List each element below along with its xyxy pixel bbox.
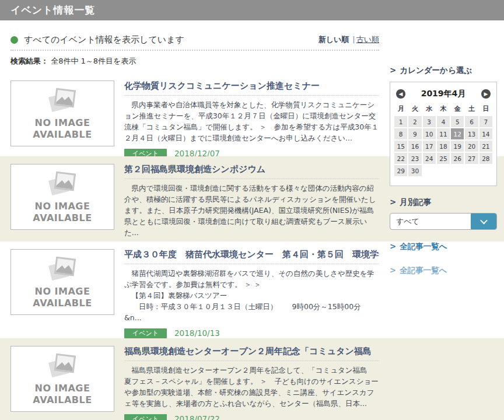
calendar-day[interactable]: 27 (465, 153, 478, 164)
page-title: イベント情報一覧 (10, 4, 96, 17)
event-row: NO IMAGE AVAILABLE 福島県環境創造センターオープン２周年記念「… (0, 338, 504, 420)
calendar-weekday-header: 月火水木金土日 (394, 104, 492, 113)
event-content: 平成３０年度 猪苗代水環境センター 第４回・第５回 環境学習会 猪苗代湖周辺や裏… (124, 249, 379, 338)
event-description: 県内で環境回復・環境創造に関する活動をする様々な団体の活動内容の紹介や、積極的に… (124, 183, 379, 238)
event-thumbnail-placeholder[interactable]: NO IMAGE AVAILABLE (10, 249, 114, 315)
status-row: すべてのイベント情報を表示しています 新しい順|古い順 (10, 34, 379, 46)
calendar-day[interactable]: 21 (480, 141, 492, 152)
calendar-day[interactable]: 11 (437, 128, 450, 139)
sort-newest-link[interactable]: 新しい順 (318, 35, 349, 44)
monthly-articles-label: >月別記事 (390, 197, 499, 208)
calendar-weekday: 金 (451, 104, 464, 113)
chevron-right-icon: > (390, 65, 396, 75)
no-image-text: NO IMAGE AVAILABLE (33, 201, 92, 224)
calendar-day[interactable]: 6 (465, 116, 478, 127)
select-dropdown-button[interactable] (471, 213, 497, 230)
title-divider (124, 95, 379, 96)
event-list-page: イベント情報一覧 すべてのイベント情報を表示しています 新しい順|古い順 検索結… (0, 0, 504, 420)
calendar-day[interactable]: 3 (423, 116, 436, 127)
chevron-right-icon: > (390, 265, 397, 275)
event-content: 第２回福島県環境創造シンポジウム 県内で環境回復・環境創造に関する活動をする様々… (124, 164, 379, 242)
calendar-day[interactable]: 20 (465, 141, 478, 152)
event-date: 2018/10/13 (174, 328, 220, 338)
event-meta: イベント 2018/12/07 (124, 148, 379, 156)
calendar-day[interactable]: 10 (423, 128, 436, 139)
calendar-day[interactable]: 5 (451, 116, 464, 127)
monthly-articles-select[interactable]: すべて (390, 213, 497, 230)
calendar-day-selected[interactable]: 12 (451, 128, 464, 139)
calendar-day[interactable]: 9 (408, 128, 421, 139)
calendar-day[interactable]: 19 (451, 141, 464, 152)
no-image-text: NO IMAGE AVAILABLE (33, 383, 92, 406)
calendar-day[interactable]: 24 (423, 153, 436, 164)
no-image-icon (46, 256, 79, 286)
calendar-month-title: 2019年4月 (421, 89, 466, 99)
no-image-text: NO IMAGE AVAILABLE (33, 286, 92, 309)
search-result: 検索結果： 全8件中 1～8件目を表示 (10, 56, 379, 66)
title-divider (124, 178, 379, 179)
calendar-day[interactable]: 15 (394, 141, 407, 152)
event-meta: イベント 2018/07/22 (124, 414, 379, 420)
event-description: 福島県環境創造センターオープン２周年を記念して、「コミュタン福島 夏フェス－スペ… (124, 365, 379, 409)
no-image-icon (46, 352, 79, 383)
calendar-day[interactable]: 30 (408, 165, 421, 176)
calendar-day[interactable]: 17 (423, 141, 436, 152)
calendar-nav: ◀ 2019年4月 ▶ (394, 89, 492, 99)
calendar-weekday: 木 (437, 104, 450, 113)
event-category-badge: イベント (124, 414, 167, 420)
event-meta: イベント 2018/10/13 (124, 328, 379, 338)
calendar-day[interactable]: 18 (437, 141, 450, 152)
calendar-widget: ◀ 2019年4月 ▶ 月火水木金土日 12345678910111213141… (390, 82, 497, 186)
event-description: 猪苗代湖周辺や裏磐梯湖沼群をバスで巡り、その自然の美しさや歴史を学ぶ学習会です。… (124, 268, 379, 323)
calendar-prev-month-button[interactable]: ◀ (396, 89, 405, 99)
search-result-label: 検索結果： (10, 57, 48, 65)
event-category-badge: イベント (124, 328, 167, 338)
event-title-link[interactable]: 福島県環境創造センターオープン２周年記念「コミュタン福島 夏フェ... (124, 346, 379, 356)
calendar-day[interactable]: 8 (394, 128, 407, 139)
event-title-link[interactable]: 第２回福島県環境創造シンポジウム (124, 164, 379, 174)
calendar-next-month-button[interactable]: ▶ (481, 89, 491, 99)
calendar-day[interactable]: 22 (394, 153, 407, 164)
calendar-day[interactable]: 4 (437, 116, 450, 127)
event-content: 化学物質リスクコミュニケーション推進セミナー 県内事業者や自治体職員等を対象とし… (124, 80, 379, 156)
event-thumbnail-placeholder[interactable]: NO IMAGE AVAILABLE (10, 80, 114, 146)
select-current-value: すべて (390, 216, 471, 227)
page-header: イベント情報一覧 (0, 0, 504, 20)
sort-links: 新しい順|古い順 (318, 34, 379, 45)
calendar-day[interactable]: 7 (480, 116, 492, 127)
calendar-day[interactable]: 14 (480, 128, 492, 139)
event-thumbnail-placeholder[interactable]: NO IMAGE AVAILABLE (10, 164, 114, 230)
status-bullet-icon (10, 36, 18, 44)
event-description: 県内事業者や自治体職員等を対象とした、化学物質リスクコミュニケーション推進セミナ… (124, 99, 379, 144)
calendar-day[interactable]: 29 (394, 165, 407, 176)
event-title-link[interactable]: 平成３０年度 猪苗代水環境センター 第４回・第５回 環境学習会 (124, 249, 379, 260)
calendar-day[interactable]: 1 (394, 116, 407, 127)
calendar-day[interactable]: 26 (451, 153, 464, 164)
calendar-day[interactable]: 23 (408, 153, 421, 164)
chevron-down-icon (480, 217, 488, 225)
calendar-picker-link[interactable]: >カレンダーから選ぶ (390, 65, 499, 76)
calendar-day[interactable]: 28 (480, 153, 492, 164)
all-articles-link-duplicate[interactable]: >全記事一覧へ (389, 265, 499, 276)
event-thumbnail-placeholder[interactable]: NO IMAGE AVAILABLE (10, 346, 114, 412)
calendar-day[interactable]: 2 (408, 116, 421, 127)
calendar-weekday: 水 (423, 104, 436, 113)
calendar-day[interactable]: 16 (408, 141, 421, 152)
no-image-icon (46, 170, 79, 201)
calendar-day-grid: 1234567891011121314151617181920212223242… (394, 116, 492, 176)
title-divider (124, 360, 379, 361)
calendar-day[interactable]: 13 (465, 128, 478, 139)
sort-oldest-link[interactable]: 古い順 (356, 35, 379, 44)
sidebar: >カレンダーから選ぶ ◀ 2019年4月 ▶ 月火水木金土日 123456789… (390, 65, 499, 276)
event-title-link[interactable]: 化学物質リスクコミュニケーション推進セミナー (124, 80, 379, 91)
calendar-weekday: 火 (408, 104, 421, 113)
search-result-text: 全8件中 1～8件目を表示 (51, 57, 136, 65)
calendar-weekday: 月 (394, 104, 407, 113)
calendar-day[interactable]: 25 (437, 153, 450, 164)
event-date: 2018/07/22 (174, 414, 220, 420)
event-date: 2018/12/07 (174, 149, 220, 156)
sort-separator: | (352, 35, 355, 44)
all-articles-link[interactable]: >全記事一覧へ (390, 242, 499, 252)
calendar-weekday: 土 (465, 104, 478, 113)
title-divider (124, 264, 379, 264)
